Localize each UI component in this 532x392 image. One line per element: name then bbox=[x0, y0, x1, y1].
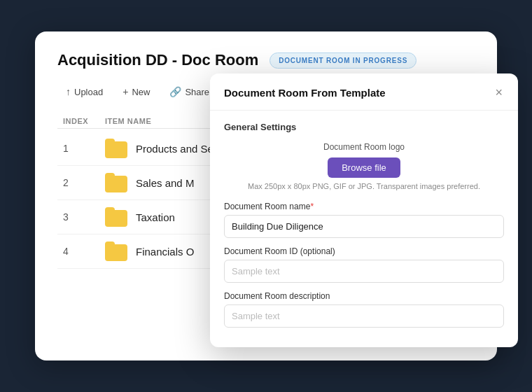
logo-section: Document Room logo Browse file Max 250px… bbox=[224, 142, 504, 190]
status-badge: DOCUMENT ROOM IN PROGRESS bbox=[270, 52, 416, 69]
logo-hint: Max 250px x 80px PNG, GIF or JPG. Transp… bbox=[224, 182, 504, 190]
share-button[interactable]: 🔗 Share bbox=[161, 82, 218, 102]
upload-icon: ↑ bbox=[66, 86, 71, 97]
row-name: Taxation bbox=[136, 211, 175, 223]
modal-close-button[interactable]: × bbox=[493, 86, 504, 99]
card-header: Acquisition DD - Doc Room DOCUMENT ROOM … bbox=[57, 51, 475, 69]
room-id-label: Document Room ID (optional) bbox=[224, 246, 504, 256]
modal-header: Document Room From Template × bbox=[210, 74, 518, 111]
room-description-group: Document Room description bbox=[224, 291, 504, 328]
row-index: 1 bbox=[63, 143, 105, 154]
new-button[interactable]: + New bbox=[114, 82, 158, 102]
room-name-group: Document Room name* bbox=[224, 202, 504, 238]
share-icon: 🔗 bbox=[169, 86, 181, 97]
upload-label: Upload bbox=[74, 87, 103, 97]
modal-title: Document Room From Template bbox=[224, 87, 386, 99]
section-label: General Settings bbox=[224, 122, 504, 132]
row-index: 2 bbox=[63, 177, 105, 188]
room-id-input[interactable] bbox=[224, 260, 504, 283]
folder-icon bbox=[105, 173, 127, 192]
folder-icon bbox=[105, 241, 127, 261]
folder-icon bbox=[105, 207, 127, 227]
room-id-group: Document Room ID (optional) bbox=[224, 246, 504, 283]
modal-body: General Settings Document Room logo Brow… bbox=[210, 111, 518, 347]
browse-file-button[interactable]: Browse file bbox=[328, 158, 400, 178]
upload-button[interactable]: ↑ Upload bbox=[57, 82, 111, 102]
required-star: * bbox=[310, 202, 314, 211]
room-description-input[interactable] bbox=[224, 304, 504, 328]
new-label: New bbox=[132, 87, 150, 97]
room-name-input[interactable] bbox=[224, 215, 504, 238]
row-name: Financials O bbox=[136, 246, 194, 258]
row-index: 3 bbox=[63, 211, 105, 223]
main-card: Acquisition DD - Doc Room DOCUMENT ROOM … bbox=[35, 31, 497, 360]
folder-icon bbox=[105, 139, 127, 158]
plus-icon: + bbox=[122, 86, 128, 97]
share-label: Share bbox=[185, 87, 209, 97]
room-description-label: Document Room description bbox=[224, 291, 504, 301]
modal: Document Room From Template × General Se… bbox=[210, 74, 518, 347]
logo-label: Document Room logo bbox=[224, 142, 504, 152]
room-name-label: Document Room name* bbox=[224, 202, 504, 211]
col-index: INDEX bbox=[63, 117, 105, 125]
page-title: Acquisition DD - Doc Room bbox=[57, 51, 258, 69]
row-name: Sales and M bbox=[136, 177, 194, 189]
row-index: 4 bbox=[63, 246, 105, 257]
